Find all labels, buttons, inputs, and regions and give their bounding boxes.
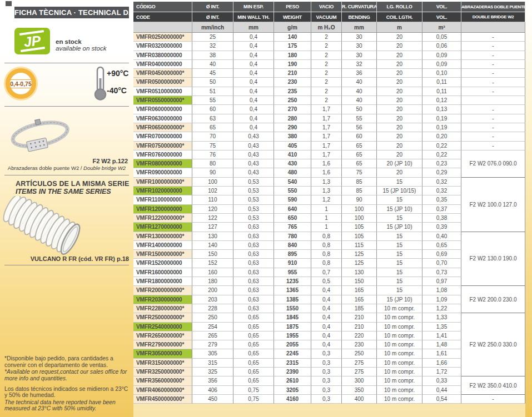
cell-wall: 0,75 [233,395,274,404]
cell-bridge-clamp: F2 W2 076.0 090.0 [461,150,525,178]
cell-diameter: 315 [192,359,233,368]
cell-weight: 280 [274,114,311,123]
cell-diameter: 50 [192,78,233,87]
cell-bending: 400 [342,395,377,404]
cell-bridge-clamp: F2 W2 350.0 410.0 [461,376,525,395]
cell-bending: 56 [342,123,377,132]
cell-vacuum: 1,6 [311,168,342,177]
cell-coil-length: 15 (JP 10) [377,223,422,232]
cell-code: VMFR2790000000* [133,340,192,349]
cell-diameter: 32 [192,42,233,51]
cell-bridge-clamp: - [461,78,525,87]
cell-vacuum: 0,8 [311,241,342,250]
cell-volume: 0,23 [422,159,461,168]
header-cell: LG. ROLLO [377,2,422,12]
table-body: VMFR0250000000*250,4140230200,05-VMFR032… [133,33,525,404]
table-row: VMFR0600000000600,42701,750200,13- [133,105,525,114]
header-cell: VACUUM [311,12,342,22]
cell-weight: 2610 [274,376,311,385]
cell-bending: 210 [342,313,377,322]
cell-diameter: 102 [192,187,233,195]
cell-bridge-clamp: - [461,123,525,132]
cell-bending: 150 [342,277,377,286]
cell-volume: 0,70 [422,259,461,268]
cell-diameter: 127 [192,223,233,232]
cell-coil-length: 20 [377,78,422,87]
table-row: VMFR0380000000380,4180230200,09- [133,51,525,60]
wall-thickness-icon: 0,4-0,75 [6,68,36,99]
cell-weight: 480 [274,168,311,177]
cell-wall: 0,43 [233,150,274,159]
cell-code: VMFR0250000000* [133,33,192,42]
cell-weight: 430 [274,159,311,168]
cell-wall: 0,53 [233,178,274,187]
clamp-label-es: Abrazaderas doble puente W2 / [8,165,83,171]
cell-diameter: 38 [192,51,233,60]
cell-wall: 0,65 [233,376,274,385]
table-row: VMFR0510000000510,4235240200,11- [133,87,525,96]
cell-code: VMFR1600000000 [133,268,192,277]
cell-weight: 410 [274,150,311,159]
cell-coil-length: 15 [377,214,422,223]
cell-coil-length: 20 [377,150,422,159]
cell-volume: 1,72 [422,368,461,376]
cell-vacuum: 1,7 [311,142,342,150]
cell-coil-length: 15 [377,268,422,277]
cell-bending: 105 [342,232,377,241]
cell-weight: 1845 [274,313,311,322]
cell-bending: 185 [342,304,377,313]
cell-volume: 0,38 [422,214,461,223]
cell-vacuum: 2 [311,60,342,69]
cell-code: VMFR3150000000* [133,359,192,368]
cell-volume: 0,19 [422,123,461,132]
table-row: VMFR0500000000*500,4230240200,11- [133,78,525,87]
footnote: *Disponible bajo pedido, para cantidades… [4,355,132,368]
cell-bridge-clamp: - [461,105,525,114]
cell-wall: 0,65 [233,340,274,349]
cell-code: VMFR1300000000* [133,232,192,241]
cell-bending: 75 [342,168,377,177]
cell-vacuum: 0,3 [311,376,342,385]
cell-vacuum: 2 [311,51,342,60]
cell-coil-length: 15 (JP 10/15) [377,187,422,195]
table-row: VMFR2500000000*2500,6518450,421010 m com… [133,313,525,322]
cell-bending: 220 [342,331,377,340]
cell-bending: 350 [342,386,377,395]
footnotes: *Disponible bajo pedido, para cantidades… [4,355,132,413]
header-cell: g/m [274,22,311,33]
cell-code: VMFR1500000000* [133,250,192,259]
cell-bridge-clamp: F2 W2 130.0 190.0 [461,232,525,287]
cell-diameter: 45 [192,69,233,78]
cell-vacuum: 1,2 [311,195,342,204]
cell-volume: 0,19 [422,114,461,123]
cell-volume: 0,97 [422,277,461,286]
cell-coil-length: 15 [377,178,422,187]
cell-code: VMFR0500000000* [133,78,192,87]
cell-wall: 0,53 [233,187,274,195]
cell-bending: 165 [342,295,377,304]
cell-bridge-clamp: - [461,132,525,141]
header-cell: mm/inch [192,22,233,33]
cell-code: VMFR1220000000* [133,214,192,223]
cell-bending: 30 [342,51,377,60]
header-cell: MIN WALL TH. [233,12,274,22]
cell-weight: 1385 [274,295,311,304]
cell-volume: 0,11 [422,87,461,96]
cell-diameter: 80 [192,159,233,168]
cell-diameter: 25 [192,33,233,42]
cell-vacuum: 2 [311,96,342,105]
cell-diameter: 100 [192,178,233,187]
cell-wall: 0,63 [233,268,274,277]
cell-code: VMFR1100000000 [133,195,192,204]
cell-vacuum: 1 [311,223,342,232]
cell-vacuum: 1 [311,205,342,214]
cell-volume: 0,09 [422,60,461,69]
table-row: VMFR2000000000*2000,6313650,4165151,08F2… [133,286,525,295]
cell-coil-length: 20 [377,51,422,60]
cell-coil-length: 10 m compr. [377,395,422,404]
cell-volume: 1,08 [422,286,461,295]
table-row: VMFR1300000000*1300,637800,8105150,40F2 … [133,232,525,241]
cell-weight: 955 [274,268,311,277]
header-cell: Ø INT. [192,2,233,12]
cell-vacuum: 0,4 [311,295,342,304]
